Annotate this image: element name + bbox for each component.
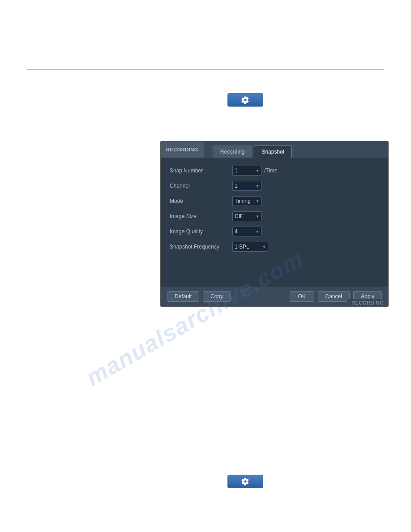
image-quality-arrow: ▼ <box>256 230 259 234</box>
cancel-button[interactable]: Cancel <box>318 291 350 302</box>
top-divider <box>27 69 384 70</box>
footer-left: Default Copy <box>167 291 231 302</box>
snapshot-frequency-control: 1 SPL ▼ <box>232 242 268 252</box>
snap-number-arrow: ▼ <box>256 169 259 173</box>
dialog-bottom-label: RECORDING <box>347 299 388 306</box>
copy-button[interactable]: Copy <box>203 291 231 302</box>
snap-number-unit: /Time <box>264 167 278 174</box>
image-quality-select[interactable]: 4 ▼ <box>232 227 261 236</box>
bottom-divider <box>27 513 384 513</box>
ok-button[interactable]: OK <box>290 291 314 302</box>
recording-dialog: RECORDING Recording Snapshot Snap Number… <box>160 141 389 307</box>
tab-recording[interactable]: Recording <box>213 146 253 158</box>
image-quality-control: 4 ▼ <box>232 227 261 236</box>
image-size-label: Image Size <box>170 213 232 219</box>
dialog-header: RECORDING Recording Snapshot <box>161 142 388 158</box>
snapshot-frequency-arrow: ▼ <box>262 245 266 249</box>
dialog-title-label: RECORDING <box>161 142 204 158</box>
snapshot-frequency-label: Snapshot Frequency <box>170 244 232 250</box>
channel-control: 1 ▼ <box>232 181 261 191</box>
image-quality-row: Image Quality 4 ▼ <box>170 227 379 236</box>
snap-number-select[interactable]: 1 ▼ <box>232 166 261 176</box>
mode-select[interactable]: Timing ▼ <box>232 196 261 206</box>
image-size-select[interactable]: CIF ▼ <box>232 211 261 221</box>
channel-arrow: ▼ <box>256 184 259 188</box>
image-size-row: Image Size CIF ▼ <box>170 211 379 221</box>
mode-arrow: ▼ <box>256 199 259 203</box>
channel-row: Channel 1 ▼ <box>170 181 379 191</box>
channel-select[interactable]: 1 ▼ <box>232 181 261 191</box>
gear-button-bottom[interactable] <box>227 475 263 488</box>
tab-snapshot[interactable]: Snapshot <box>254 146 292 158</box>
gear-button-top[interactable] <box>227 93 263 107</box>
gear-icon-top <box>241 96 249 104</box>
default-button[interactable]: Default <box>167 291 199 302</box>
mode-label: Mode <box>170 198 232 204</box>
image-size-control: CIF ▼ <box>232 211 261 221</box>
image-size-arrow: ▼ <box>256 215 259 219</box>
snap-number-label: Snap Number <box>170 167 232 174</box>
snapshot-frequency-select[interactable]: 1 SPL ▼ <box>232 242 268 252</box>
dialog-content: Snap Number 1 ▼ /Time Channel 1 ▼ Mode <box>161 158 388 287</box>
snap-number-control: 1 ▼ /Time <box>232 166 278 176</box>
tab-area: Recording Snapshot <box>204 142 292 158</box>
mode-row: Mode Timing ▼ <box>170 196 379 206</box>
snapshot-frequency-row: Snapshot Frequency 1 SPL ▼ <box>170 242 379 252</box>
mode-control: Timing ▼ <box>232 196 261 206</box>
gear-icon-bottom <box>241 477 249 485</box>
channel-label: Channel <box>170 183 232 189</box>
snap-number-row: Snap Number 1 ▼ /Time <box>170 166 379 176</box>
image-quality-label: Image Quality <box>170 228 232 235</box>
